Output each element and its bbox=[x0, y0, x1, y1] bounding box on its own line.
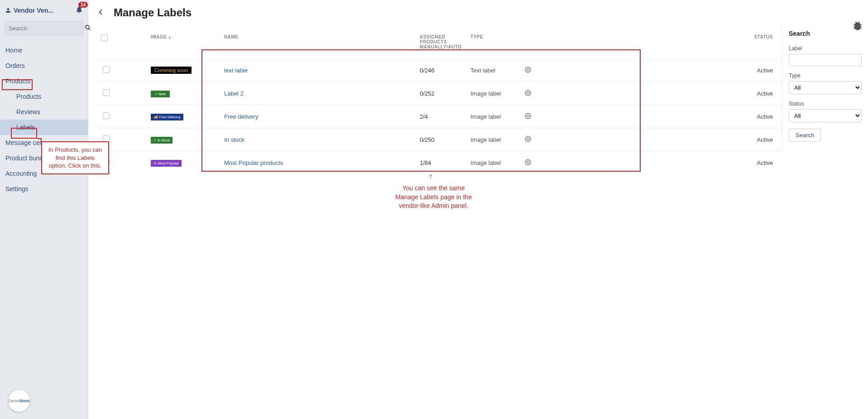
annotation-table-text: You can see the same Manage Labels page … bbox=[392, 184, 475, 211]
svg-point-4 bbox=[527, 115, 529, 117]
search-panel: Search Label Type All Status All Search bbox=[782, 23, 868, 149]
label-field-label: Label bbox=[789, 45, 862, 52]
col-name[interactable]: NAME bbox=[221, 30, 416, 59]
row-settings-button[interactable] bbox=[525, 67, 531, 74]
gear-icon bbox=[525, 67, 531, 73]
row-checkbox[interactable] bbox=[103, 89, 110, 96]
status-cell[interactable]: Active bbox=[548, 59, 782, 82]
sidebar-item-labels[interactable]: Labels bbox=[0, 120, 88, 135]
label-name-link[interactable]: In stock bbox=[224, 136, 245, 143]
type-cell: Image label bbox=[467, 105, 521, 128]
search-button[interactable]: Search bbox=[789, 129, 821, 142]
vendor-selector[interactable]: Vendor Ven... bbox=[5, 7, 53, 14]
svg-point-2 bbox=[527, 69, 529, 71]
gear-icon bbox=[525, 113, 531, 119]
sort-asc-icon: ▲ bbox=[168, 35, 172, 39]
gear-icon bbox=[525, 90, 531, 96]
table-row: ✓ in stockIn stock0/250Image labelActive bbox=[97, 128, 782, 151]
row-settings-button[interactable] bbox=[525, 114, 531, 120]
status-cell[interactable]: Active bbox=[548, 105, 782, 128]
svg-point-6 bbox=[527, 161, 529, 163]
label-preview: 🚚 Free Delivery bbox=[151, 114, 183, 120]
row-checkbox[interactable] bbox=[103, 112, 110, 119]
row-settings-button[interactable] bbox=[525, 160, 531, 167]
row-checkbox[interactable] bbox=[103, 66, 110, 73]
label-name-link[interactable]: Label 2 bbox=[224, 90, 244, 97]
type-field-label: Type bbox=[789, 72, 862, 79]
bug-report-button[interactable] bbox=[852, 20, 863, 33]
col-image[interactable]: IMAGE▲ bbox=[119, 30, 221, 59]
label-preview: ⊙ Most Popular bbox=[151, 160, 182, 167]
gear-icon bbox=[525, 159, 531, 165]
arrow-left-icon bbox=[97, 9, 105, 16]
label-name-link[interactable]: Most Popular products bbox=[224, 159, 283, 166]
store-badge-store: Store bbox=[19, 399, 30, 403]
label-preview: + New bbox=[151, 91, 170, 97]
label-preview: Comming soon bbox=[151, 67, 192, 74]
label-preview: ✓ in stock bbox=[151, 137, 173, 144]
table-row: 🚚 Free DeliveryFree delivery2/4Image lab… bbox=[97, 105, 782, 128]
status-cell[interactable]: Active bbox=[548, 128, 782, 151]
status-cell[interactable]: Active bbox=[548, 151, 782, 174]
type-cell: Image label bbox=[467, 82, 521, 105]
gear-icon bbox=[525, 136, 531, 142]
status-select[interactable]: All bbox=[789, 109, 862, 122]
label-name-link[interactable]: Free delivery bbox=[224, 113, 258, 120]
user-icon bbox=[5, 8, 11, 13]
sidebar-item-reviews[interactable]: Reviews bbox=[0, 104, 88, 120]
sidebar: Vendor Ven... 14 Home Orders Products Pr… bbox=[0, 0, 88, 419]
vendor-name: Vendor Ven... bbox=[14, 7, 53, 14]
assigned-cell: 0/250 bbox=[416, 128, 467, 151]
sidebar-search[interactable] bbox=[5, 21, 83, 35]
sidebar-item-orders[interactable]: Orders bbox=[0, 58, 88, 73]
notifications-button[interactable]: 14 bbox=[75, 5, 83, 15]
annotation-products-text: In Products, you can find this Labels op… bbox=[41, 141, 109, 174]
annotation-arrow-up-icon: ↑ bbox=[429, 172, 433, 180]
store-badge-demo: Demo bbox=[8, 399, 19, 403]
assigned-cell: 1/84 bbox=[416, 151, 467, 174]
sidebar-nav: Home Orders Products Products Reviews La… bbox=[0, 40, 88, 199]
label-field[interactable] bbox=[789, 54, 862, 66]
type-cell: Text label bbox=[467, 59, 521, 82]
type-cell: Image label bbox=[467, 128, 521, 151]
label-name-link[interactable]: text lable bbox=[224, 67, 248, 74]
sidebar-item-products[interactable]: Products bbox=[0, 73, 88, 89]
table-row: + NewLabel 20/252Image labelActive bbox=[97, 82, 782, 105]
notification-count: 14 bbox=[78, 2, 88, 8]
sidebar-item-settings[interactable]: Settings bbox=[0, 181, 88, 197]
col-status[interactable]: STATUS bbox=[548, 30, 782, 59]
sidebar-item-products-sub[interactable]: Products bbox=[0, 89, 88, 104]
table-row: Comming soontext lable0/246Text labelAct… bbox=[97, 59, 782, 82]
type-select[interactable]: All bbox=[789, 81, 862, 94]
main: Manage Labels IMAGE▲ NAME ASSIGNED PRODU… bbox=[88, 0, 868, 419]
assigned-cell: 2/4 bbox=[416, 105, 467, 128]
col-type[interactable]: TYPE bbox=[467, 30, 521, 59]
row-settings-button[interactable] bbox=[525, 91, 531, 97]
col-assigned[interactable]: ASSIGNED PRODUCTS MANUALLY/AUTO bbox=[416, 30, 467, 59]
table-row: ⊙ Most PopularMost Popular products1/84I… bbox=[97, 151, 782, 174]
assigned-cell: 0/252 bbox=[416, 82, 467, 105]
labels-table: IMAGE▲ NAME ASSIGNED PRODUCTS MANUALLY/A… bbox=[97, 30, 782, 174]
search-panel-title: Search bbox=[789, 30, 862, 37]
assigned-cell: 0/246 bbox=[416, 59, 467, 82]
back-button[interactable] bbox=[97, 9, 105, 17]
sidebar-item-home[interactable]: Home bbox=[0, 43, 88, 58]
svg-point-3 bbox=[527, 92, 529, 94]
status-cell[interactable]: Active bbox=[548, 82, 782, 105]
select-all-checkbox[interactable] bbox=[101, 34, 108, 41]
page-title: Manage Labels bbox=[114, 6, 192, 19]
store-badge[interactable]: DemoStore bbox=[8, 390, 30, 412]
status-field-label: Status bbox=[789, 101, 862, 107]
svg-point-5 bbox=[527, 138, 529, 140]
sidebar-search-input[interactable] bbox=[9, 25, 85, 32]
type-cell: Image label bbox=[467, 151, 521, 174]
row-settings-button[interactable] bbox=[525, 137, 531, 144]
bug-icon bbox=[852, 20, 863, 32]
